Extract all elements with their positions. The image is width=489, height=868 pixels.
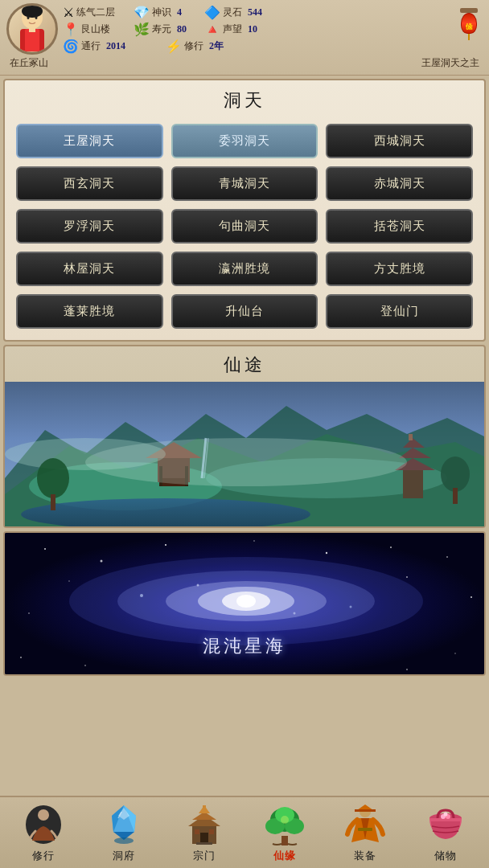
svg-point-35 <box>253 540 255 542</box>
svg-point-40 <box>406 576 408 578</box>
svg-marker-82 <box>357 805 373 810</box>
nav-zongmen-label: 宗门 <box>193 849 216 863</box>
landscape-image <box>5 382 484 526</box>
lingshi-label: 灵石 <box>223 6 242 19</box>
level-label: 练气二层 <box>76 6 115 19</box>
shengwang-value: 10 <box>248 23 257 35</box>
svg-point-36 <box>326 552 327 554</box>
svg-point-33 <box>101 560 103 563</box>
nav-chuwu[interactable]: 储物 <box>405 804 486 863</box>
shengwang-label: 声望 <box>223 23 242 36</box>
svg-rect-4 <box>29 27 35 32</box>
dongtian-fangzhang[interactable]: 方丈胜境 <box>326 252 473 286</box>
galaxy-label: 混沌星海 <box>203 634 286 658</box>
dongtian-xixuan[interactable]: 西玄洞天 <box>16 166 163 201</box>
svg-rect-83 <box>355 809 376 812</box>
xiuxing-icon: ⚡ <box>166 39 182 54</box>
svg-point-43 <box>454 653 456 654</box>
nav-xianyuan[interactable]: 仙缘 <box>244 804 325 863</box>
nav-zhuangbei-icon <box>344 804 386 845</box>
svg-point-24 <box>5 438 166 470</box>
location-label: 通行 <box>81 39 101 53</box>
svg-point-1 <box>22 5 43 18</box>
svg-rect-3 <box>25 29 39 51</box>
location-bar: 在丘冢山 王屋洞天之主 <box>6 55 483 72</box>
nav-dongfu-label: 洞府 <box>113 849 135 863</box>
svg-point-46 <box>406 669 408 670</box>
svg-rect-30 <box>453 488 458 504</box>
dongtian-dengxian[interactable]: 登仙门 <box>326 294 473 329</box>
nav-dongfu-icon <box>103 804 145 845</box>
current-location: 在丘冢山 <box>10 56 48 70</box>
shouyuan-label: 寿元 <box>152 23 171 36</box>
level-icon: ⚔ <box>63 5 74 20</box>
svg-point-34 <box>165 544 166 546</box>
shenshi-icon: 💎 <box>134 5 150 20</box>
avatar <box>6 3 58 55</box>
nav-dongfu[interactable]: 洞府 <box>84 804 164 863</box>
svg-point-55 <box>197 584 199 587</box>
svg-rect-22 <box>409 434 413 440</box>
dongtian-yingzhou[interactable]: 瀛洲胜境 <box>171 252 318 286</box>
nav-xiuxing-icon <box>23 804 64 845</box>
svg-marker-70 <box>199 805 210 813</box>
svg-point-54 <box>350 606 352 608</box>
location-icon: 🌀 <box>63 39 79 54</box>
lingshi-icon: 🔷 <box>204 5 220 20</box>
dongtian-linwu[interactable]: 林屋洞天 <box>16 252 163 286</box>
svg-rect-71 <box>200 833 208 844</box>
svg-point-27 <box>37 458 69 498</box>
svg-point-65 <box>114 837 134 844</box>
place-label: 艮山楼 <box>81 23 110 36</box>
svg-point-6 <box>35 16 38 19</box>
shenshi-label: 神识 <box>152 6 171 19</box>
svg-point-37 <box>390 547 392 548</box>
bottom-nav: 修行 洞府 <box>0 796 489 868</box>
shouyuan-icon: 🌿 <box>134 22 150 37</box>
nav-xiuxing-label: 修行 <box>32 849 55 863</box>
galaxy-panel: 混沌星海 <box>3 531 486 676</box>
xiuxing-value: 2年 <box>209 39 224 53</box>
dongtian-shengxian[interactable]: 升仙台 <box>171 294 318 329</box>
lingshi-value: 544 <box>248 6 262 18</box>
svg-point-88 <box>444 813 448 817</box>
title-label: 王屋洞天之主 <box>421 56 479 70</box>
svg-point-29 <box>441 457 470 492</box>
header-stats: ⚔ 练气二层 💎 神识 4 🔷 灵石 544 <box>63 5 483 54</box>
svg-rect-73 <box>209 829 214 834</box>
nav-chuwu-label: 储物 <box>434 849 457 863</box>
xiuxing-label: 修行 <box>184 39 203 53</box>
dongtian-luofu[interactable]: 罗浮洞天 <box>16 209 163 244</box>
dongtian-juqu[interactable]: 句曲洞天 <box>171 209 318 244</box>
svg-rect-72 <box>195 829 199 834</box>
place-icon: 📍 <box>63 22 79 37</box>
dongtian-kuocang[interactable]: 括苍洞天 <box>326 209 473 244</box>
svg-point-32 <box>44 548 46 550</box>
dongtian-chicheng[interactable]: 赤城洞天 <box>326 166 473 201</box>
svg-rect-84 <box>358 828 372 831</box>
dongtian-panel: 仙缘 洞天 王屋洞天 委羽洞天 西城洞天 西玄洞天 青城洞天 赤城洞天 罗浮洞天… <box>3 79 486 342</box>
dongtian-wangwu[interactable]: 王屋洞天 <box>16 124 163 158</box>
nav-zhuangbei[interactable]: 装备 <box>325 804 405 863</box>
lantern-decoration: 仙缘 <box>460 8 478 40</box>
dongtian-penglai[interactable]: 蓬莱胜境 <box>16 294 163 329</box>
dongtian-qingcheng[interactable]: 青城洞天 <box>171 166 318 201</box>
svg-point-44 <box>20 657 22 658</box>
svg-point-56 <box>294 612 296 615</box>
nav-xianyuan-label: 仙缘 <box>273 849 296 863</box>
svg-point-42 <box>471 596 472 598</box>
svg-point-53 <box>140 594 143 597</box>
xiantu-panel: 仙途 <box>3 345 486 528</box>
nav-zongmen[interactable]: 宗门 <box>164 804 244 863</box>
shouyuan-value: 80 <box>177 23 187 35</box>
tonghang-value: 2014 <box>106 40 125 52</box>
dongtian-weiyu[interactable]: 委羽洞天 <box>171 124 318 158</box>
svg-point-41 <box>28 612 30 614</box>
nav-zongmen-icon <box>183 804 225 845</box>
svg-point-39 <box>68 580 70 582</box>
dongtian-xicheng[interactable]: 西城洞天 <box>326 124 473 158</box>
nav-zhuangbei-label: 装备 <box>354 849 376 863</box>
svg-rect-28 <box>51 494 55 510</box>
nav-xiuxing[interactable]: 修行 <box>3 804 84 863</box>
svg-rect-74 <box>196 842 212 845</box>
